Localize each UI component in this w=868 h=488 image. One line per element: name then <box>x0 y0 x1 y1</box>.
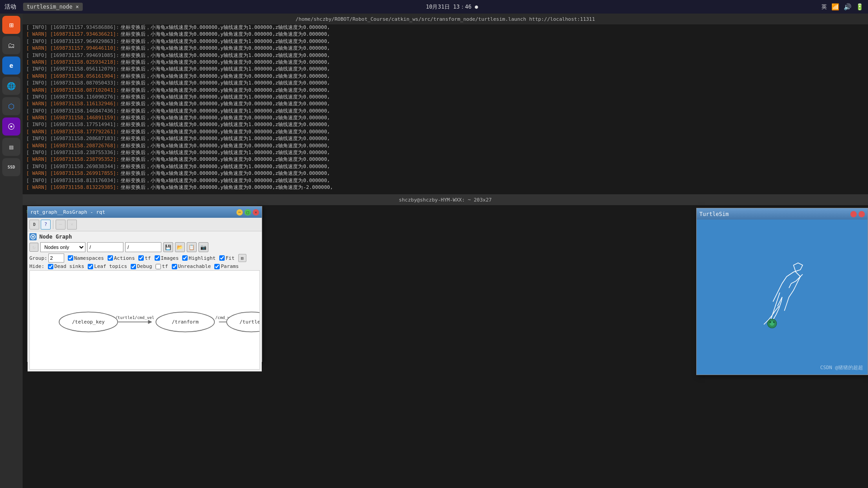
ng-images-checkbox[interactable]: Images <box>155 255 179 261</box>
ng-extra-button[interactable]: ⊞ <box>238 254 246 262</box>
csdn-watermark: CSDN @猪猪的超超 <box>820 364 863 371</box>
rqt-minimize-button[interactable]: ─ <box>236 209 243 216</box>
toolbar-x-button[interactable]: × <box>67 220 77 230</box>
ng-leaftopics-checkbox[interactable]: Leaf topics <box>88 263 127 269</box>
log-line: [ INFO] [1698731158.269838344]: 坐标变换后，小海… <box>26 163 864 170</box>
turtlesim-canvas[interactable]: CSDN @猪猪的超超 <box>697 220 868 375</box>
log-line: [ INFO] [1698731158.056112079]: 坐标变换后，小海… <box>26 66 864 72</box>
taskbar-lang[interactable]: 英 <box>821 3 827 11</box>
turtlesim-window: TurtleSim <box>696 208 868 375</box>
log-line: [ INFO] [1698731157.964929863]: 坐标变换后，小海… <box>26 38 864 45</box>
ng-canvas[interactable]: /turtle1/cmd_vel /cmd_vel_cov /teleop_ke… <box>29 270 260 370</box>
sidebar-icon-activities[interactable]: ⊞ <box>2 16 20 34</box>
ng-export-button[interactable]: 📋 <box>187 242 197 252</box>
upper-terminal-log: [ INFO] [1698731157.934586886]: 坐标变换后，小海… <box>23 22 868 193</box>
taskbar-center: 10月31日 13：46 ● <box>426 3 478 11</box>
toolbar-minus-button[interactable]: − <box>56 220 66 230</box>
log-line: [ INFO] [1698731158.813176034]: 坐标变换后，小海… <box>26 177 864 184</box>
ng-namespaces-checkbox[interactable]: Namespaces <box>68 255 104 261</box>
log-line: [ WARN] [1698731158.056161904]: 坐标变换后，小海… <box>26 73 864 80</box>
lower-terminal-title: shczby@shczby-HYM-WXX: ~ 203x27 <box>399 197 491 203</box>
ng-highlight-checkbox[interactable]: Highlight <box>182 255 216 261</box>
svg-text:/turtle1/cmd_vel: /turtle1/cmd_vel <box>115 316 154 320</box>
log-line: [ INFO] [1698731158.116090276]: 坐标变换后，小海… <box>26 94 864 100</box>
ng-options-row2: Hide: Dead sinks Leaf topics Debug tf Un… <box>29 263 260 269</box>
taskbar-window-title[interactable]: turtlesim_node × <box>23 3 83 11</box>
ng-svg: /turtle1/cmd_vel /cmd_vel_cov /teleop_ke… <box>30 271 259 369</box>
sidebar: ⊞ 🗂 e 🌐 ⬡ ⦿ ▤ SSD <box>0 14 23 488</box>
ng-load-button[interactable]: 📂 <box>175 242 185 252</box>
group-text: Group: <box>29 255 47 261</box>
turtlesim-titlebar-buttons <box>850 211 865 217</box>
log-line: [ INFO] [1698731158.238755336]: 坐标变换后，小海… <box>26 149 864 156</box>
svg-text:/teleop_key: /teleop_key <box>72 319 105 325</box>
log-line: [ INFO] [1698731158.177514941]: 坐标变换后，小海… <box>26 121 864 128</box>
lower-terminal-titlebar: shczby@shczby-HYM-WXX: ~ 203x27 <box>23 194 868 205</box>
node-graph-title: Node Graph <box>39 234 72 240</box>
sidebar-icon-edge[interactable]: e <box>2 56 20 75</box>
log-line: [ WARN] [1698731158.025934218]: 坐标变换后，小海… <box>26 59 864 66</box>
rqt-titlebar: rqt_graph__RosGraph - rqt ─ □ × <box>28 206 262 218</box>
log-line: [ INFO] [1698731158.146847436]: 坐标变换后，小海… <box>26 108 864 114</box>
rqt-titlebar-buttons: ─ □ × <box>236 209 259 216</box>
taskbar-datetime: 10月31日 13：46 ● <box>426 3 478 11</box>
toolbar-help-button[interactable]: ? <box>41 220 51 230</box>
ng-screenshot-button[interactable]: 📷 <box>198 242 208 252</box>
rqt-window-title: rqt_graph__RosGraph - rqt <box>30 209 105 215</box>
rqt-maximize-button[interactable]: □ <box>245 209 251 216</box>
rqt-graph-window: rqt_graph__RosGraph - rqt ─ □ × D ? − × … <box>27 206 262 362</box>
log-line: [ WARN] [1698731158.116132946]: 坐标变换后，小海… <box>26 100 864 107</box>
log-line: [ WARN] [1698731158.813229385]: 坐标变换后，小海… <box>26 184 864 191</box>
ng-controls: ↻ Nodes only Nodes/Topics (all) Nodes/To… <box>29 242 260 252</box>
taskbar-right: 英 📶 🔊 🔋 <box>821 3 863 11</box>
ng-options-row1: Group: Namespaces Actions tf Images High… <box>29 253 260 263</box>
svg-point-17 <box>769 321 771 323</box>
log-line: [ WARN] [1698731157.934636621]: 坐标变换后，小海… <box>26 31 864 38</box>
ng-filter-input-1[interactable] <box>87 242 123 252</box>
sidebar-icon-files[interactable]: 🗂 <box>2 36 20 54</box>
log-line: [ INFO] [1698731158.208687183]: 坐标变换后，小海… <box>26 135 864 142</box>
turtlesim-minimize-button[interactable] <box>850 211 857 217</box>
ng-deadsinks-checkbox[interactable]: Dead sinks <box>48 263 84 269</box>
taskbar-sound-icon: 🔊 <box>844 3 851 10</box>
taskbar-network-icon: 📶 <box>831 3 839 10</box>
sidebar-icon-chrome[interactable]: 🌐 <box>2 77 20 95</box>
ng-debug-checkbox[interactable]: Debug <box>131 263 152 269</box>
turtlesim-close-button[interactable] <box>859 211 865 217</box>
ng-save-button[interactable]: 💾 <box>163 242 173 252</box>
ng-filter-dropdown[interactable]: Nodes only Nodes/Topics (all) Nodes/Topi… <box>40 242 85 252</box>
toolbar-d-button[interactable]: D <box>29 220 39 230</box>
upper-terminal-title: /home/shczby/ROBOT/Robot_Course/catkin_w… <box>296 16 595 22</box>
log-line: [ INFO] [1698731158.087050433]: 坐标变换后，小海… <box>26 80 864 86</box>
log-line: [ WARN] [1698731158.146891159]: 坐标变换后，小海… <box>26 114 864 121</box>
turtlesim-title: TurtleSim <box>699 211 729 217</box>
ng-unreachable-checkbox[interactable]: Unreachable <box>172 263 211 269</box>
log-line: [ INFO] [1698731157.994691085]: 坐标变换后，小海… <box>26 52 864 59</box>
ng-tf-checkbox-1[interactable]: tf <box>138 255 151 261</box>
sidebar-icon-vscode[interactable]: ⬡ <box>2 97 20 115</box>
sidebar-icon-disks[interactable]: ▤ <box>2 138 20 156</box>
ng-params-checkbox[interactable]: Params <box>214 263 239 269</box>
log-line: [ WARN] [1698731158.177792261]: 坐标变换后，小海… <box>26 128 864 135</box>
upper-terminal-titlebar: /home/shczby/ROBOT/Robot_Course/catkin_w… <box>23 14 868 24</box>
upper-terminal: /home/shczby/ROBOT/Robot_Course/catkin_w… <box>23 14 868 194</box>
svg-point-18 <box>773 321 775 323</box>
taskbar-battery-icon: 🔋 <box>856 3 863 10</box>
taskbar-left: 活动 turtlesim_node × <box>5 3 83 11</box>
rqt-close-button[interactable]: × <box>253 209 259 216</box>
ng-group-input[interactable] <box>48 253 64 263</box>
sidebar-icon-ros[interactable]: ⦿ <box>2 117 20 136</box>
log-line: [ WARN] [1698731158.208726768]: 坐标变换后，小海… <box>26 142 864 149</box>
ng-tf-checkbox-2[interactable]: tf <box>156 263 168 269</box>
ng-actions-checkbox[interactable]: Actions <box>108 255 135 261</box>
sidebar-icon-ssd[interactable]: SSD <box>2 158 20 176</box>
taskbar-activities[interactable]: 活动 <box>5 3 16 11</box>
ng-filter-input-2[interactable] <box>125 242 161 252</box>
ng-hide-label: Hide: <box>29 263 44 269</box>
node-graph-icon <box>29 233 37 240</box>
node-graph-header: Node Graph <box>29 233 260 240</box>
ng-fit-checkbox[interactable]: Fit <box>219 255 235 261</box>
toolbar-separator <box>53 220 53 229</box>
ng-refresh-button[interactable]: ↻ <box>29 243 38 252</box>
turtlesim-svg <box>697 220 868 375</box>
